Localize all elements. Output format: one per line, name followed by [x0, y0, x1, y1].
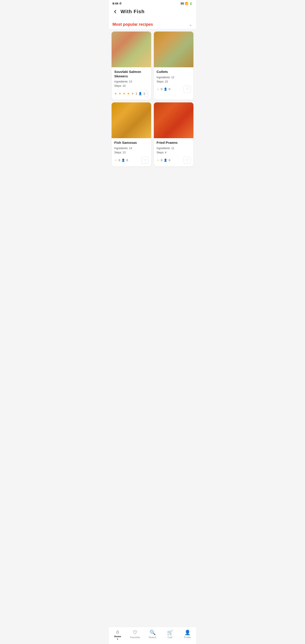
rating-count: 0 [161, 88, 162, 91]
recipe-stats: ★ 0 👤 0 [114, 158, 128, 162]
favorite-button[interactable]: ♡ [145, 90, 148, 97]
recipe-body: Fish Samosas Ingredients: 14Steps: 13 ★ … [112, 138, 151, 166]
nav-active-indicator [117, 639, 118, 640]
person-count: 0 [168, 88, 170, 91]
favorite-button[interactable]: ♡ [184, 156, 191, 164]
rating-count: 0 [118, 158, 120, 162]
recipe-meta: Ingredients: 13Steps: 10 [114, 80, 148, 88]
star-empty-icon: ★ [156, 88, 160, 91]
recipe-card-souvlaki[interactable]: Souvlaki Salmon Skewers Ingredients: 13S… [112, 32, 151, 100]
profile-icon: 👤 [184, 630, 190, 636]
heart-icon: ♡ [145, 92, 148, 96]
rating-count: 0 [161, 158, 162, 162]
clock-icon: ⏱ [119, 2, 122, 5]
home-label: Home [114, 635, 121, 638]
recipe-name: Fried Prawns [156, 140, 191, 145]
status-bar: 8:44 ⏱ 3G 📶 🔋 [109, 0, 196, 6]
recipe-meta: Ingredients: 12Steps: 10 [156, 75, 191, 84]
status-icons: 3G 📶 🔋 [180, 2, 192, 5]
person-count: 0 [126, 158, 128, 162]
person-icon: 👤 [164, 158, 167, 162]
profile-label: Profile [184, 636, 191, 639]
star-icon: ★ [118, 92, 122, 95]
star-empty-icon: ★ [156, 158, 160, 162]
recipes-grid: Souvlaki Salmon Skewers Ingredients: 13S… [109, 30, 196, 168]
favorites-label: Favorites [130, 636, 140, 639]
bottom-navigation: ⌂ Home ♡ Favorites 🔍 Search 🛒 Cart 👤 Pro… [109, 627, 196, 644]
person-count: 0 [168, 158, 170, 162]
main-content: Most popular recipes ⌄ Souvlaki Salmon S… [109, 18, 196, 188]
signal-icon: 📶 [185, 2, 188, 5]
nav-item-home[interactable]: ⌂ Home [111, 629, 124, 640]
heart-icon: ♡ [143, 158, 146, 162]
battery-icon: 🔋 [189, 2, 192, 5]
recipe-card-samosas[interactable]: Fish Samosas Ingredients: 14Steps: 13 ★ … [112, 102, 151, 166]
heart-icon: ♡ [186, 87, 189, 91]
page-title: With Fish [120, 9, 145, 14]
favorite-button[interactable]: ♡ [141, 156, 148, 164]
rating-count: 1 [136, 92, 137, 95]
search-label: Search [149, 636, 156, 639]
star-icon: ★ [131, 92, 134, 95]
recipe-image-prawns [154, 102, 194, 138]
person-count: 1 [143, 92, 145, 95]
recipe-body: Cutlets Ingredients: 12Steps: 10 ★ 0 👤 0… [154, 67, 194, 96]
recipe-footer: ★★★★★ 1 👤 1 ♡ [114, 90, 148, 97]
star-empty-icon: ★ [114, 158, 117, 162]
star-icon: ★ [127, 92, 130, 95]
recipe-name: Souvlaki Salmon Skewers [114, 70, 148, 78]
person-icon: 👤 [138, 92, 142, 95]
section-title: Most popular recipes [112, 22, 153, 27]
search-icon: 🔍 [150, 630, 156, 636]
star-icon: ★ [114, 92, 117, 95]
recipe-card-prawns[interactable]: Fried Prawns Ingredients: 11Steps: 4 ★ 0… [154, 102, 194, 166]
nav-item-profile[interactable]: 👤 Profile [181, 630, 194, 639]
recipe-stats: ★★★★★ 1 👤 1 [114, 92, 145, 95]
recipe-name: Fish Samosas [114, 140, 148, 145]
status-time: 8:44 ⏱ [112, 2, 122, 5]
person-icon: 👤 [122, 158, 125, 162]
nav-item-favorites[interactable]: ♡ Favorites [128, 630, 142, 639]
star-icon: ★ [123, 92, 126, 95]
recipe-card-cutlets[interactable]: Cutlets Ingredients: 12Steps: 10 ★ 0 👤 0… [154, 32, 194, 100]
back-button[interactable] [112, 9, 118, 14]
recipe-footer: ★ 0 👤 0 ♡ [114, 156, 148, 164]
chevron-down-icon: ⌄ [189, 22, 192, 27]
recipe-body: Souvlaki Salmon Skewers Ingredients: 13S… [112, 67, 151, 100]
recipe-image-cutlets [154, 32, 194, 67]
time-text: 8:44 [112, 2, 118, 5]
section-header[interactable]: Most popular recipes ⌄ [109, 18, 196, 29]
network-text: 3G [180, 2, 184, 5]
cart-icon: 🛒 [167, 630, 173, 636]
recipe-footer: ★ 0 👤 0 ♡ [156, 156, 191, 164]
favorites-icon: ♡ [133, 630, 137, 636]
recipe-meta: Ingredients: 11Steps: 4 [156, 146, 191, 155]
home-icon: ⌂ [116, 629, 119, 634]
heart-icon: ♡ [186, 158, 189, 162]
cart-label: Cart [168, 636, 172, 639]
nav-item-cart[interactable]: 🛒 Cart [163, 630, 177, 639]
recipe-body: Fried Prawns Ingredients: 11Steps: 4 ★ 0… [154, 138, 194, 166]
recipe-image-souvlaki [112, 32, 151, 67]
favorite-button[interactable]: ♡ [184, 86, 191, 93]
recipe-image-samosas [112, 102, 151, 138]
recipe-footer: ★ 0 👤 0 ♡ [156, 86, 191, 93]
recipe-stats: ★ 0 👤 0 [156, 88, 170, 91]
recipe-stats: ★ 0 👤 0 [156, 158, 170, 162]
person-icon: 👤 [164, 88, 167, 91]
nav-item-search[interactable]: 🔍 Search [146, 630, 159, 639]
page-header: With Fish [109, 6, 196, 18]
recipe-meta: Ingredients: 14Steps: 13 [114, 146, 148, 155]
recipe-name: Cutlets [156, 70, 191, 74]
